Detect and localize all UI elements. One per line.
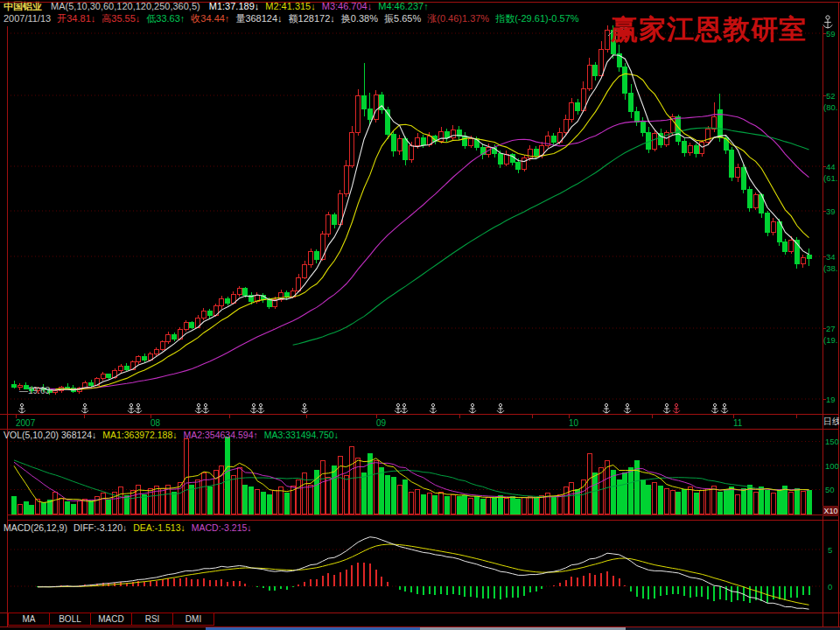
volume-bar [474,496,479,514]
candle-body [766,214,770,233]
macd-bar [416,586,418,594]
candle-body [498,154,502,164]
macd-bar [452,586,454,594]
candle-body [653,133,657,149]
macd-bar [274,586,276,591]
anchor-ring [431,403,434,406]
macd-bar [227,582,228,586]
macd-bar [280,586,282,589]
candle-body [789,240,794,252]
candle-body [201,311,206,318]
macd-header-label: DIFF:-3.120↓ [74,522,127,533]
volume-bar [486,497,491,514]
macd-bar [304,582,305,586]
volume-bar [498,495,502,514]
macd-bar [215,580,217,586]
volume-bar [801,492,805,514]
candle-body [326,215,331,234]
volume-bar [255,490,259,514]
anchor-event-icon[interactable] [195,403,202,413]
macd-bar [559,583,561,586]
candle-body [190,323,194,327]
period-label[interactable]: 日线 [823,416,839,426]
anchor-ring [252,403,255,406]
candle-body [397,139,402,151]
anchor-event-icon[interactable] [430,403,437,413]
candle-body [427,136,431,144]
tab-boll[interactable]: BOLL [49,612,91,626]
macd-axis-label: 5 [828,545,832,555]
anchor-event-icon[interactable] [823,16,833,28]
volume-bar [397,485,402,514]
price-axis-label: (38. [823,263,837,273]
candle-body [504,155,508,164]
tab-macd[interactable]: MACD [90,612,132,626]
anchor-event-icon[interactable] [603,403,610,413]
candle-body [320,234,325,259]
macd-bar [399,586,401,590]
event-marker-row [18,403,728,413]
candle-body [599,50,604,75]
volume-bar [587,453,592,514]
anchor-event-icon[interactable] [673,403,680,413]
volume-bar [391,478,396,514]
anchor-event-icon[interactable] [624,403,631,413]
volume-bar [557,494,562,514]
candle-body [184,323,188,329]
volume-bar [30,505,34,514]
anchor-event-icon[interactable] [250,403,257,413]
anchor-event-icon[interactable] [135,403,142,413]
anchor-event-icon[interactable] [711,403,718,413]
price-axis-label: 44 [826,162,836,172]
candle-body [564,120,568,133]
tab-rsi[interactable]: RSI [131,612,173,626]
anchor-event-icon[interactable] [497,403,504,413]
macd-bar [340,572,341,586]
anchor-ring [499,403,501,406]
macd-bar [440,586,442,594]
candle-body [576,103,580,110]
volume-bar [362,472,367,514]
volume-bar [469,498,473,514]
candle-body [606,31,610,50]
candle-body [172,334,177,339]
anchor-event-icon[interactable] [301,403,308,413]
volume-bar [640,480,645,514]
anchor-event-icon[interactable] [663,403,670,413]
macd-bar [369,564,371,586]
price-axis-label: (80. [823,102,837,112]
candle-body [700,143,704,154]
volume-bar [670,491,675,514]
macd-bar [612,576,614,586]
anchor-event-icon[interactable] [721,403,728,413]
candle-body [143,357,147,360]
anchor-event-icon[interactable] [18,403,25,413]
anchor-event-icon[interactable] [202,403,209,413]
macd-bar [470,586,472,597]
macd-bar [760,586,762,601]
volume-bar [463,495,467,514]
anchor-event-icon[interactable] [401,403,408,413]
macd-bar [286,586,288,590]
macd-bar [375,570,377,586]
macd-bar [173,578,175,586]
anchor-event-icon[interactable] [395,403,402,413]
candle-body [694,145,698,153]
anchor-event-icon[interactable] [81,403,88,413]
anchor-event-icon[interactable] [469,403,476,413]
anchor-ring [713,403,716,406]
volume-header-label: MA3:331494.750↓ [264,430,339,440]
macd-bar [565,580,567,586]
anchor-event-icon[interactable] [128,403,135,413]
volume-bar [504,499,508,514]
macd-bar [487,586,489,598]
tab-ma[interactable]: MA [8,612,50,626]
macd-bar [387,582,388,586]
volume-bar [136,485,141,514]
anchor-event-icon[interactable] [257,403,264,413]
macd-lines [38,537,808,610]
macd-bar [630,586,632,592]
candle-body [403,139,408,160]
candle-body [730,150,734,178]
tab-dmi[interactable]: DMI [172,612,214,626]
